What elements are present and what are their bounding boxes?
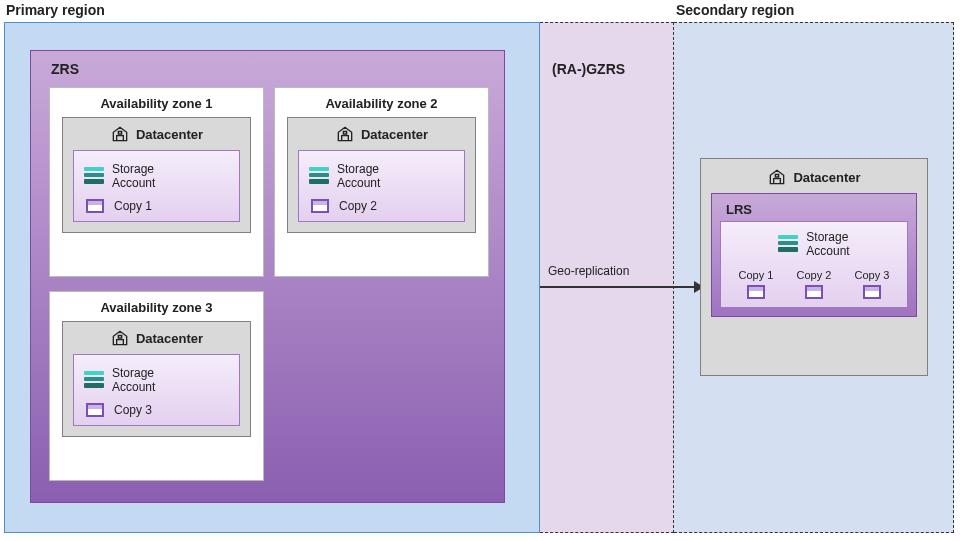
- lrs-copy-2: Copy 2: [797, 269, 832, 299]
- datacenter-icon: [110, 124, 130, 144]
- copy-icon: [86, 403, 104, 417]
- az1-title: Availability zone 1: [50, 88, 263, 117]
- copy-icon: [747, 285, 765, 299]
- storage-account-icon: [84, 371, 104, 389]
- lrs-copy-3: Copy 3: [855, 269, 890, 299]
- copy-icon: [311, 199, 329, 213]
- lrs-copy-1-label: Copy 1: [739, 269, 774, 281]
- az1-copy-label: Copy 1: [114, 199, 152, 213]
- az3-copy-label: Copy 3: [114, 403, 152, 417]
- az3-dc-label: Datacenter: [136, 331, 203, 346]
- datacenter-icon: [767, 167, 787, 187]
- az2-dc-label: Datacenter: [361, 127, 428, 142]
- secondary-storage-label: Storage Account: [806, 230, 849, 259]
- az2-title: Availability zone 2: [275, 88, 488, 117]
- az1-storage-box: Storage Account Copy 1: [73, 150, 240, 222]
- lrs-copies-row: Copy 1 Copy 2 Copy 3: [729, 269, 899, 299]
- lrs-copy-3-label: Copy 3: [855, 269, 890, 281]
- az3-title: Availability zone 3: [50, 292, 263, 321]
- storage-account-icon: [84, 167, 104, 185]
- gzrs-label: (RA-)GZRS: [552, 61, 625, 77]
- az3-storage-box: Storage Account Copy 3: [73, 354, 240, 426]
- copy-icon: [86, 199, 104, 213]
- az2-datacenter: Datacenter Storage Account Copy 2: [287, 117, 476, 233]
- az2-copy-label: Copy 2: [339, 199, 377, 213]
- az2-storage-box: Storage Account Copy 2: [298, 150, 465, 222]
- lrs-container: LRS Storage Account Copy 1 Copy 2 Copy 3: [711, 193, 917, 317]
- datacenter-icon: [335, 124, 355, 144]
- copy-icon: [863, 285, 881, 299]
- az1-datacenter: Datacenter Storage Account Copy 1: [62, 117, 251, 233]
- copy-icon: [805, 285, 823, 299]
- datacenter-icon: [110, 328, 130, 348]
- zrs-label: ZRS: [51, 61, 79, 77]
- primary-region-label: Primary region: [6, 2, 105, 18]
- availability-zone-2: Availability zone 2 Datacenter Storage A…: [274, 87, 489, 277]
- storage-account-icon: [309, 167, 329, 185]
- zrs-container: ZRS Availability zone 1 Datacenter Stora…: [30, 50, 505, 503]
- lrs-label: LRS: [720, 200, 908, 221]
- availability-zone-1: Availability zone 1 Datacenter Storage A…: [49, 87, 264, 277]
- storage-account-icon: [778, 235, 798, 253]
- az3-datacenter: Datacenter Storage Account Copy 3: [62, 321, 251, 437]
- secondary-datacenter: Datacenter LRS Storage Account Copy 1 Co…: [700, 158, 928, 376]
- az1-dc-label: Datacenter: [136, 127, 203, 142]
- geo-replication-label: Geo-replication: [548, 264, 629, 278]
- lrs-storage-box: Storage Account Copy 1 Copy 2 Copy 3: [720, 221, 908, 308]
- lrs-copy-2-label: Copy 2: [797, 269, 832, 281]
- secondary-region-label: Secondary region: [676, 2, 794, 18]
- lrs-copy-1: Copy 1: [739, 269, 774, 299]
- az3-storage-label: Storage Account: [112, 366, 155, 395]
- geo-replication-arrow: [540, 286, 696, 288]
- az2-storage-label: Storage Account: [337, 162, 380, 191]
- az1-storage-label: Storage Account: [112, 162, 155, 191]
- secondary-dc-label: Datacenter: [793, 170, 860, 185]
- availability-zone-3: Availability zone 3 Datacenter Storage A…: [49, 291, 264, 481]
